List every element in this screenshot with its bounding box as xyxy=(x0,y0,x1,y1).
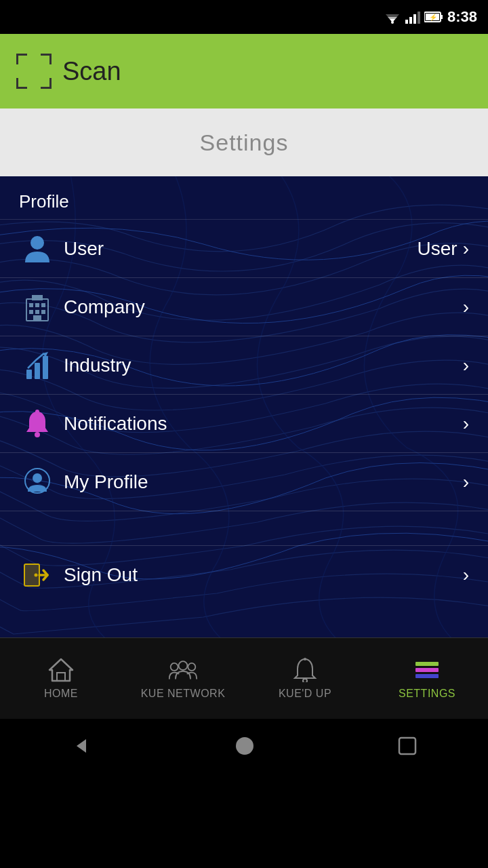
nav-item-kued-up[interactable]: KUE'D UP xyxy=(244,658,366,700)
company-icon xyxy=(19,292,56,322)
battery-icon: ⚡ xyxy=(424,10,443,24)
svg-rect-15 xyxy=(29,303,33,307)
svg-marker-44 xyxy=(77,739,86,753)
user-menu-label: User xyxy=(64,238,418,260)
menu-item-industry[interactable]: Industry › xyxy=(0,336,488,395)
notifications-menu-label: Notifications xyxy=(64,413,463,435)
svg-rect-43 xyxy=(415,674,439,678)
android-recents-button[interactable] xyxy=(398,736,417,755)
industry-menu-label: Industry xyxy=(64,355,463,376)
svg-rect-41 xyxy=(415,662,439,666)
android-home-button[interactable] xyxy=(235,736,255,756)
nav-item-settings[interactable]: SETTINGS xyxy=(366,658,488,700)
kue-network-nav-label: KUE NETWORK xyxy=(141,688,226,700)
menu-item-my-profile[interactable]: My Profile › xyxy=(0,453,488,511)
company-chevron: › xyxy=(463,296,469,318)
svg-rect-24 xyxy=(35,363,40,379)
svg-rect-22 xyxy=(32,295,43,300)
svg-rect-7 xyxy=(418,12,420,24)
my-profile-chevron: › xyxy=(463,471,469,493)
kue-network-icon xyxy=(168,658,198,682)
svg-rect-6 xyxy=(413,14,416,24)
kued-up-nav-label: KUE'D UP xyxy=(279,688,331,700)
svg-rect-17 xyxy=(41,303,45,307)
svg-point-37 xyxy=(188,663,195,670)
svg-text:⚡: ⚡ xyxy=(429,13,438,22)
status-icons: ⚡ 8:38 xyxy=(384,8,477,26)
svg-point-28 xyxy=(35,410,39,414)
svg-rect-20 xyxy=(41,310,45,314)
svg-rect-18 xyxy=(29,310,33,314)
menu-item-notifications[interactable]: Notifications › xyxy=(0,395,488,453)
status-bar: ⚡ 8:38 xyxy=(0,0,488,34)
svg-point-36 xyxy=(171,663,178,670)
settings-nav-label: SETTINGS xyxy=(399,688,455,700)
svg-point-39 xyxy=(303,679,307,682)
svg-point-38 xyxy=(179,661,188,670)
nav-item-home[interactable]: HOME xyxy=(0,658,122,700)
profile-section-label: Profile xyxy=(19,191,69,212)
svg-rect-21 xyxy=(33,315,41,321)
status-time: 8:38 xyxy=(447,8,477,26)
svg-rect-25 xyxy=(43,356,48,379)
svg-rect-5 xyxy=(409,17,412,24)
svg-rect-19 xyxy=(35,310,39,314)
menu-item-sign-out[interactable]: Sign Out › xyxy=(0,545,488,604)
home-icon xyxy=(46,658,76,682)
android-nav xyxy=(0,719,488,773)
section-gap xyxy=(0,511,488,545)
svg-point-27 xyxy=(35,432,40,437)
svg-point-13 xyxy=(30,236,44,250)
profile-section: Profile xyxy=(0,176,488,220)
svg-rect-23 xyxy=(26,370,32,379)
notifications-chevron: › xyxy=(463,413,469,435)
menu-item-company[interactable]: Company › xyxy=(0,278,488,336)
top-bar[interactable]: Scan xyxy=(0,34,488,108)
my-profile-menu-label: My Profile xyxy=(64,471,463,493)
settings-title: Settings xyxy=(200,130,289,156)
svg-point-40 xyxy=(304,658,306,660)
svg-rect-35 xyxy=(57,673,65,681)
back-icon xyxy=(71,736,92,756)
nav-item-kue-network[interactable]: KUE NETWORK xyxy=(122,658,244,700)
android-back-button[interactable] xyxy=(71,736,92,756)
menu-item-user[interactable]: User User › xyxy=(0,220,488,278)
company-menu-label: Company xyxy=(64,296,463,318)
bottom-nav: HOME KUE NETWORK KUE'D UP xyxy=(0,637,488,719)
sign-out-icon xyxy=(19,560,56,590)
notifications-icon xyxy=(19,409,56,439)
user-menu-value: User xyxy=(418,238,458,260)
scan-icon xyxy=(16,54,52,89)
industry-chevron: › xyxy=(463,355,469,376)
kued-up-icon xyxy=(290,658,320,682)
svg-rect-16 xyxy=(35,303,39,307)
svg-rect-9 xyxy=(441,15,443,19)
home-nav-label: HOME xyxy=(44,688,78,700)
main-content: Profile User User › xyxy=(0,176,488,637)
recents-icon xyxy=(398,736,417,755)
sign-out-label: Sign Out xyxy=(64,564,463,586)
scan-label: Scan xyxy=(62,57,121,86)
svg-rect-4 xyxy=(405,20,408,24)
settings-nav-icon xyxy=(412,658,442,682)
signal-icon xyxy=(405,10,420,24)
home-circle-icon xyxy=(235,736,255,756)
user-icon xyxy=(19,234,56,264)
svg-marker-34 xyxy=(49,659,73,681)
sign-out-chevron: › xyxy=(463,564,469,586)
wifi-icon xyxy=(384,10,401,24)
my-profile-icon xyxy=(19,467,56,497)
svg-rect-42 xyxy=(415,668,439,672)
svg-point-30 xyxy=(33,473,42,483)
svg-rect-46 xyxy=(399,738,415,754)
industry-icon xyxy=(19,351,56,380)
svg-point-3 xyxy=(391,21,394,24)
settings-title-area: Settings xyxy=(0,108,488,176)
svg-point-33 xyxy=(35,573,38,576)
user-chevron: › xyxy=(463,238,469,260)
svg-point-45 xyxy=(236,737,253,755)
